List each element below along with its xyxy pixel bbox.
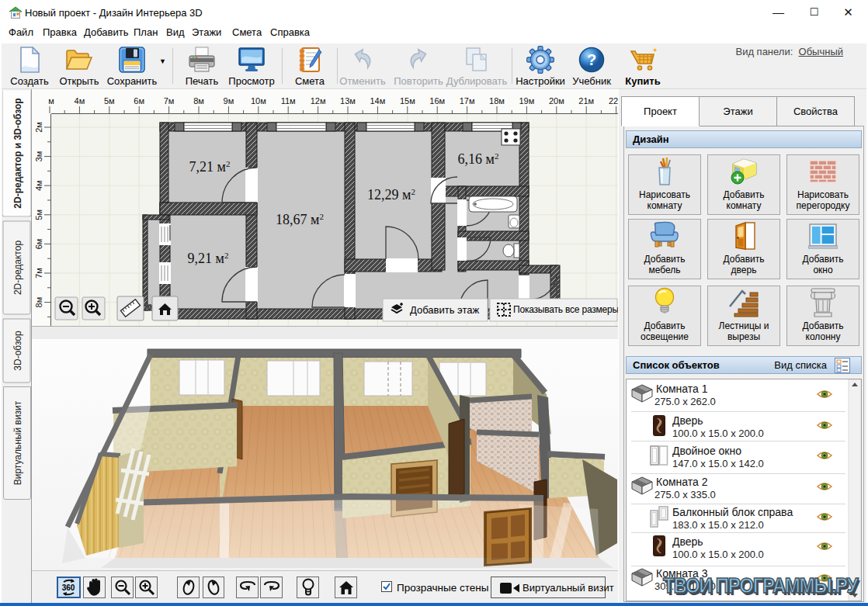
svg-text:7м: 7м	[34, 268, 43, 279]
svg-text:20м: 20м	[549, 96, 564, 106]
svg-text:6м: 6м	[34, 239, 43, 250]
svg-text:14м: 14м	[370, 96, 385, 106]
svg-text:4м: 4м	[34, 180, 43, 191]
svg-text:17м: 17м	[460, 96, 475, 106]
svg-text:4м: 4м	[75, 96, 85, 106]
svg-text:6м: 6м	[134, 96, 144, 106]
svg-text:9,21 м2: 9,21 м2	[188, 251, 229, 266]
svg-text:16м: 16м	[429, 96, 445, 106]
svg-text:Добавить этаж: Добавить этаж	[410, 304, 479, 316]
svg-text:12,29 м2: 12,29 м2	[367, 187, 415, 203]
svg-text:7,21 м2: 7,21 м2	[189, 159, 231, 175]
svg-text:18м: 18м	[489, 96, 505, 106]
svg-text:5м: 5м	[104, 96, 115, 106]
svg-text:360: 360	[62, 583, 75, 592]
svg-text:18,67 м2: 18,67 м2	[276, 212, 324, 227]
svg-text:13м: 13м	[340, 96, 356, 106]
svg-text:5м: 5м	[34, 210, 43, 220]
svg-text:?: ?	[587, 51, 596, 68]
svg-text:3м: 3м	[34, 151, 43, 162]
svg-text:8м: 8м	[193, 96, 204, 106]
svg-text:22: 22	[609, 96, 618, 106]
svg-text:19м: 19м	[519, 96, 534, 106]
svg-text:21м: 21м	[578, 96, 594, 106]
svg-text:6,16 м2: 6,16 м2	[458, 151, 499, 167]
svg-text:2м: 2м	[34, 122, 43, 133]
svg-text:11м: 11м	[281, 96, 296, 106]
svg-text:8м: 8м	[34, 297, 43, 308]
svg-text:7м: 7м	[164, 96, 175, 106]
svg-text:9м: 9м	[224, 96, 234, 106]
svg-text:Показывать все размеры: Показывать все размеры	[513, 304, 618, 315]
svg-text:12м: 12м	[311, 96, 326, 106]
svg-text:10м: 10м	[251, 96, 266, 106]
svg-text:15м: 15м	[400, 96, 415, 106]
svg-text:м: м	[48, 96, 54, 106]
